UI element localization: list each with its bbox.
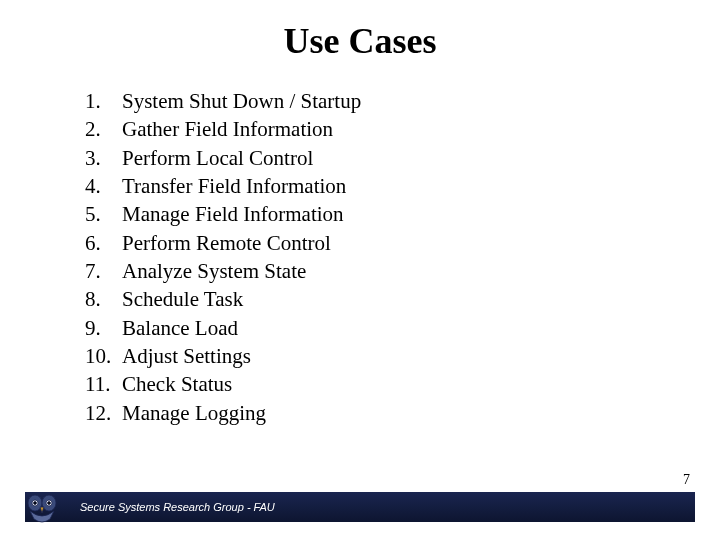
list-item-text: System Shut Down / Startup <box>122 87 361 115</box>
use-case-list: 1. System Shut Down / Startup 2. Gather … <box>85 87 720 427</box>
list-item-number: 12. <box>85 399 122 427</box>
list-item: 5. Manage Field Information <box>85 200 720 228</box>
slide-title: Use Cases <box>0 0 720 72</box>
list-item: 3. Perform Local Control <box>85 144 720 172</box>
list-item: 6. Perform Remote Control <box>85 229 720 257</box>
list-item-text: Gather Field Information <box>122 115 333 143</box>
list-item: 11. Check Status <box>85 370 720 398</box>
list-item-number: 2. <box>85 115 122 143</box>
list-item: 10. Adjust Settings <box>85 342 720 370</box>
list-item: 1. System Shut Down / Startup <box>85 87 720 115</box>
list-item-number: 8. <box>85 285 122 313</box>
list-item-text: Analyze System State <box>122 257 306 285</box>
list-item-text: Balance Load <box>122 314 238 342</box>
list-item: 9. Balance Load <box>85 314 720 342</box>
list-item-number: 1. <box>85 87 122 115</box>
svg-point-5 <box>48 502 51 505</box>
list-item-text: Perform Local Control <box>122 144 313 172</box>
list-item: 7. Analyze System State <box>85 257 720 285</box>
list-item-text: Manage Logging <box>122 399 266 427</box>
list-item-number: 4. <box>85 172 122 200</box>
footer-bar: Secure Systems Research Group - FAU <box>25 492 695 522</box>
list-item-number: 7. <box>85 257 122 285</box>
list-item-number: 3. <box>85 144 122 172</box>
page-number: 7 <box>683 472 690 488</box>
list-item: 12. Manage Logging <box>85 399 720 427</box>
footer-text: Secure Systems Research Group - FAU <box>80 501 275 513</box>
list-item: 2. Gather Field Information <box>85 115 720 143</box>
list-item: 8. Schedule Task <box>85 285 720 313</box>
list-item-number: 6. <box>85 229 122 257</box>
list-item-text: Check Status <box>122 370 232 398</box>
list-item-text: Transfer Field Information <box>122 172 346 200</box>
slide-content: 1. System Shut Down / Startup 2. Gather … <box>0 72 720 427</box>
list-item-text: Manage Field Information <box>122 200 344 228</box>
list-item-number: 5. <box>85 200 122 228</box>
slide-container: Use Cases 1. System Shut Down / Startup … <box>0 0 720 540</box>
list-item: 4. Transfer Field Information <box>85 172 720 200</box>
list-item-number: 11. <box>85 370 122 398</box>
owl-logo-icon <box>20 485 64 529</box>
list-item-number: 10. <box>85 342 122 370</box>
list-item-text: Schedule Task <box>122 285 243 313</box>
svg-point-4 <box>34 502 37 505</box>
list-item-number: 9. <box>85 314 122 342</box>
list-item-text: Adjust Settings <box>122 342 251 370</box>
list-item-text: Perform Remote Control <box>122 229 331 257</box>
